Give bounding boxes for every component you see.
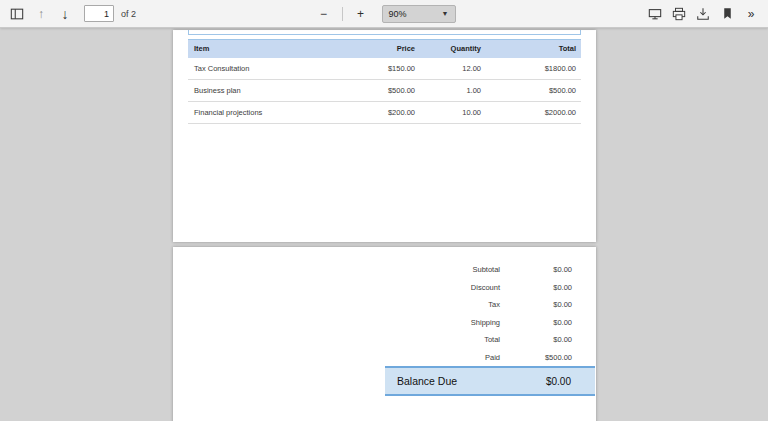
sidebar-toggle-icon bbox=[10, 7, 24, 21]
table-row: Business plan $500.00 1.00 $500.00 bbox=[188, 80, 581, 102]
zoom-value-label: 90% bbox=[389, 9, 407, 19]
print-button[interactable] bbox=[668, 3, 690, 25]
pdf-page-1: Item Price Quantity Total Tax Consultati… bbox=[173, 30, 596, 242]
cutoff-section-border bbox=[188, 30, 581, 35]
cell-price: $500.00 bbox=[340, 80, 420, 102]
cell-item: Business plan bbox=[188, 80, 340, 102]
col-header-item: Item bbox=[188, 40, 340, 58]
cell-price: $150.00 bbox=[340, 58, 420, 80]
summary-label: Total bbox=[382, 335, 500, 344]
cell-item: Financial projections bbox=[188, 102, 340, 124]
balance-due-label: Balance Due bbox=[397, 375, 546, 387]
bookmark-button[interactable] bbox=[716, 3, 738, 25]
summary-value: $0.00 bbox=[500, 283, 572, 292]
summary-value: $500.00 bbox=[500, 353, 572, 362]
summary-row-tax: Tax $0.00 bbox=[382, 296, 572, 314]
document-scroll-area[interactable]: Item Price Quantity Total Tax Consultati… bbox=[0, 28, 768, 421]
summary-label: Shipping bbox=[382, 318, 500, 327]
cell-quantity: 12.00 bbox=[420, 58, 486, 80]
summary-value: $0.00 bbox=[500, 335, 572, 344]
summary-row-shipping: Shipping $0.00 bbox=[382, 314, 572, 332]
toolbar-divider bbox=[342, 7, 343, 21]
toolbar-zoom-group: − + 90% ▼ bbox=[313, 3, 456, 25]
cell-total: $1800.00 bbox=[486, 58, 581, 80]
pdf-page-2: Subtotal $0.00 Discount $0.00 Tax $0.00 … bbox=[173, 247, 596, 421]
invoice-items-table: Item Price Quantity Total Tax Consultati… bbox=[188, 39, 581, 124]
col-header-quantity: Quantity bbox=[420, 40, 486, 58]
summary-value: $0.00 bbox=[500, 265, 572, 274]
page-number-input[interactable] bbox=[84, 5, 114, 22]
plus-icon: + bbox=[357, 8, 364, 20]
pdf-toolbar: ↑ ↓ of 2 − + 90% ▼ bbox=[0, 0, 768, 28]
double-chevron-right-icon: » bbox=[748, 8, 755, 20]
more-tools-button[interactable]: » bbox=[740, 3, 762, 25]
col-header-total: Total bbox=[486, 40, 581, 58]
summary-label: Paid bbox=[382, 353, 500, 362]
page-count-label: of 2 bbox=[121, 9, 136, 19]
cell-quantity: 10.00 bbox=[420, 102, 486, 124]
sidebar-toggle-button[interactable] bbox=[6, 3, 28, 25]
arrow-up-icon: ↑ bbox=[38, 8, 44, 20]
summary-value: $0.00 bbox=[500, 300, 572, 309]
balance-due-band: Balance Due $0.00 bbox=[385, 366, 595, 396]
summary-row-subtotal: Subtotal $0.00 bbox=[382, 261, 572, 279]
zoom-out-button[interactable]: − bbox=[313, 3, 335, 25]
next-page-button[interactable]: ↓ bbox=[54, 3, 76, 25]
summary-label: Subtotal bbox=[382, 265, 500, 274]
arrow-down-icon: ↓ bbox=[62, 7, 69, 21]
chevron-down-icon: ▼ bbox=[442, 10, 449, 17]
previous-page-button[interactable]: ↑ bbox=[30, 3, 52, 25]
balance-due-value: $0.00 bbox=[546, 376, 571, 387]
cell-total: $500.00 bbox=[486, 80, 581, 102]
summary-value: $0.00 bbox=[500, 318, 572, 327]
save-button[interactable] bbox=[692, 3, 714, 25]
toolbar-left-group: ↑ ↓ of 2 bbox=[6, 3, 313, 25]
summary-row-paid: Paid $500.00 bbox=[382, 349, 572, 367]
table-row: Tax Consultation $150.00 12.00 $1800.00 bbox=[188, 58, 581, 80]
zoom-select[interactable]: 90% ▼ bbox=[382, 5, 456, 23]
cell-price: $200.00 bbox=[340, 102, 420, 124]
cell-quantity: 1.00 bbox=[420, 80, 486, 102]
print-icon bbox=[672, 7, 686, 21]
col-header-price: Price bbox=[340, 40, 420, 58]
invoice-summary: Subtotal $0.00 Discount $0.00 Tax $0.00 … bbox=[382, 261, 572, 366]
bookmark-icon bbox=[721, 7, 734, 20]
summary-label: Tax bbox=[382, 300, 500, 309]
zoom-in-button[interactable]: + bbox=[350, 3, 372, 25]
presentation-mode-button[interactable] bbox=[644, 3, 666, 25]
cell-total: $2000.00 bbox=[486, 102, 581, 124]
download-icon bbox=[696, 7, 710, 21]
toolbar-right-group: » bbox=[456, 3, 763, 25]
table-header-row: Item Price Quantity Total bbox=[188, 40, 581, 58]
table-row: Financial projections $200.00 10.00 $200… bbox=[188, 102, 581, 124]
summary-row-total: Total $0.00 bbox=[382, 331, 572, 349]
presentation-mode-icon bbox=[648, 7, 662, 21]
minus-icon: − bbox=[320, 8, 327, 20]
summary-label: Discount bbox=[382, 283, 500, 292]
summary-row-discount: Discount $0.00 bbox=[382, 279, 572, 297]
cell-item: Tax Consultation bbox=[188, 58, 340, 80]
